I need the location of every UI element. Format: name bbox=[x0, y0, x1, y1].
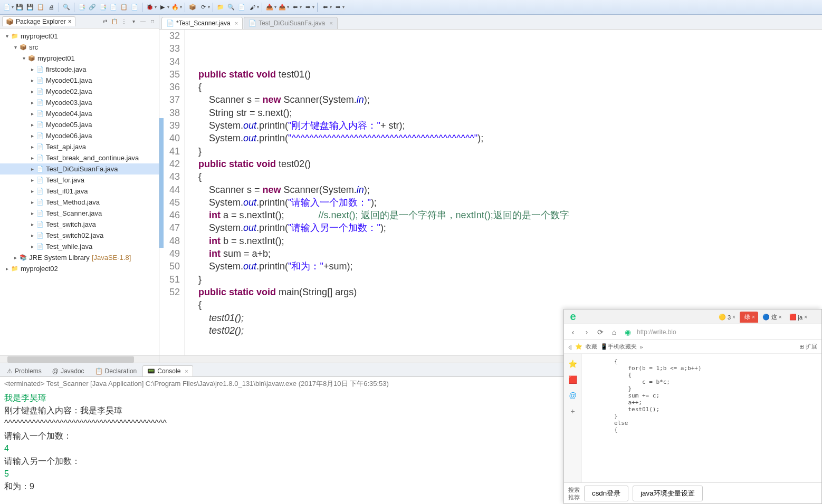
toolbar-button[interactable]: 📑 bbox=[77, 3, 87, 12]
package-explorer-tab[interactable]: 📦 Package Explorer × bbox=[2, 16, 75, 26]
twisty-icon[interactable]: ▸ bbox=[28, 66, 36, 72]
toolbar-button[interactable]: 📋 bbox=[119, 3, 129, 12]
toolbar-button[interactable]: 📋 bbox=[36, 3, 45, 12]
toolbar-button[interactable]: 📥 bbox=[265, 3, 274, 12]
tree-item[interactable]: ▸📄Test_while.java bbox=[0, 241, 159, 252]
url-bar[interactable]: http://write.blo bbox=[637, 328, 817, 336]
close-icon[interactable]: × bbox=[235, 20, 238, 26]
code-editor[interactable]: 3233343536373839404142434445464748495051… bbox=[159, 30, 822, 355]
favorites-label[interactable]: 收藏 bbox=[586, 343, 597, 351]
bottom-tab-declaration[interactable]: 📋Declaration bbox=[90, 365, 142, 376]
tree-item[interactable]: ▸📄Test_Scanner.java bbox=[0, 208, 159, 219]
close-icon[interactable]: × bbox=[752, 314, 755, 320]
twisty-icon[interactable]: ▸ bbox=[12, 255, 19, 260]
twisty-icon[interactable]: ▾ bbox=[3, 33, 11, 39]
bottom-tab-console[interactable]: 📟Console× bbox=[142, 365, 193, 376]
panel-tool-button[interactable]: ⇄ bbox=[101, 17, 109, 26]
tree-item[interactable]: ▸📄Test_switch.java bbox=[0, 219, 159, 230]
browser-content[interactable]: { for(b = 1;b <= a;b++) { c = b*c; } sum… bbox=[582, 354, 821, 482]
phone-favorites[interactable]: 📱手机收藏夹 bbox=[600, 343, 637, 351]
toolbar-button[interactable]: 📤 bbox=[278, 3, 287, 12]
toolbar-button[interactable]: 📁 bbox=[216, 3, 225, 12]
twisty-icon[interactable]: ▸ bbox=[28, 100, 36, 105]
tree-item[interactable]: ▸📄Mycode05.java bbox=[0, 119, 159, 130]
browser-tab[interactable] bbox=[811, 312, 821, 323]
toolbar-button[interactable]: ➡ bbox=[333, 3, 342, 12]
toolbar-button[interactable]: 💾 bbox=[25, 3, 35, 12]
twisty-icon[interactable]: ▸ bbox=[28, 210, 36, 216]
tree-item[interactable]: ▸📄Mycode04.java bbox=[0, 108, 159, 119]
tree-item[interactable]: ▸📄Mycode01.java bbox=[0, 75, 159, 86]
toolbar-button[interactable]: 🔍 bbox=[226, 3, 236, 12]
twisty-icon[interactable]: ▾ bbox=[12, 44, 19, 50]
panel-tool-button[interactable]: □ bbox=[148, 17, 157, 26]
dropdown-icon[interactable]: ▾ bbox=[342, 5, 345, 9]
twisty-icon[interactable]: ▸ bbox=[28, 111, 36, 117]
close-icon[interactable]: × bbox=[732, 314, 735, 320]
toolbar-button[interactable]: 📄 bbox=[2, 3, 12, 12]
twisty-icon[interactable]: ▸ bbox=[28, 166, 36, 172]
tree-item[interactable]: ▸📄Mycode03.java bbox=[0, 97, 159, 108]
tree-item[interactable]: ▸📄Test_api.java bbox=[0, 141, 159, 152]
tree-item[interactable]: ▸📚JRE System Library[JavaSE-1.8] bbox=[0, 252, 159, 263]
back-icon[interactable]: ‹ bbox=[568, 328, 578, 336]
close-icon[interactable]: × bbox=[779, 314, 782, 320]
toolbar-button[interactable]: 📄 bbox=[237, 3, 246, 12]
tree-item[interactable]: ▸📄Mycode06.java bbox=[0, 130, 159, 141]
twisty-icon[interactable]: ▸ bbox=[28, 244, 36, 249]
home-icon[interactable]: ⌂ bbox=[609, 328, 619, 336]
dropdown-icon[interactable]: ▾ bbox=[257, 5, 259, 9]
sidebar-icon[interactable]: + bbox=[567, 405, 579, 417]
twisty-icon[interactable]: ▸ bbox=[28, 155, 36, 161]
code-content[interactable]: public static void test01() { Scanner s … bbox=[185, 30, 822, 355]
project-tree[interactable]: ▾📁myproject01▾📦src▾📦myproject01▸📄firstco… bbox=[0, 28, 159, 355]
toolbar-button[interactable]: 🔥 bbox=[170, 3, 180, 12]
extensions-label[interactable]: ⊞ 扩展 bbox=[799, 343, 817, 351]
toolbar-button[interactable]: 📄 bbox=[130, 3, 139, 12]
twisty-icon[interactable]: ▸ bbox=[28, 232, 36, 238]
tree-item[interactable]: ▸📄firstcode.java bbox=[0, 64, 159, 75]
twisty-icon[interactable]: ▸ bbox=[3, 266, 11, 272]
twisty-icon[interactable]: ▾ bbox=[20, 55, 27, 61]
dropdown-icon[interactable]: ▾ bbox=[300, 5, 302, 9]
twisty-icon[interactable]: ▸ bbox=[28, 199, 36, 205]
close-icon[interactable]: × bbox=[804, 314, 807, 320]
toolbar-button[interactable]: ⬅ bbox=[290, 3, 300, 12]
toolbar-button[interactable]: 🔍 bbox=[62, 3, 71, 12]
tree-item[interactable]: ▸📄Test_DiGuiSuanFa.java bbox=[0, 163, 159, 175]
toolbar-button[interactable]: ⬅ bbox=[320, 3, 330, 12]
star-icon[interactable]: ⭐ bbox=[575, 343, 582, 350]
toolbar-button[interactable]: ▶ bbox=[158, 3, 167, 12]
sidebar-icon[interactable]: @ bbox=[567, 390, 579, 401]
toolbar-button[interactable]: 💾 bbox=[15, 3, 24, 12]
dropdown-icon[interactable]: ▾ bbox=[287, 5, 289, 9]
tree-item[interactable]: ▸📄Test_switch02.java bbox=[0, 230, 159, 241]
csdn-login-button[interactable]: csdn登录 bbox=[584, 486, 628, 501]
close-icon[interactable]: × bbox=[68, 18, 72, 25]
tree-item[interactable]: ▾📁myproject01 bbox=[0, 31, 159, 42]
panel-tool-button[interactable]: — bbox=[139, 17, 147, 26]
panel-tool-button[interactable]: ▾ bbox=[129, 17, 138, 26]
dropdown-icon[interactable]: ▾ bbox=[208, 5, 210, 9]
toolbar-button[interactable]: 📑 bbox=[98, 3, 108, 12]
editor-tab[interactable]: 📄*Test_Scanner.java× bbox=[161, 17, 243, 29]
toolbar-button[interactable]: 📦 bbox=[188, 3, 197, 12]
browser-tab[interactable]: 绿× bbox=[740, 312, 758, 323]
java-env-button[interactable]: java环境变量设置 bbox=[633, 486, 702, 501]
panel-tool-button[interactable]: ⋮ bbox=[120, 17, 128, 26]
browser-tab[interactable]: 🟡3× bbox=[715, 312, 739, 323]
toolbar-button[interactable]: ⟳ bbox=[198, 3, 208, 12]
dropdown-icon[interactable]: ▾ bbox=[180, 5, 182, 9]
twisty-icon[interactable]: ▸ bbox=[28, 144, 36, 150]
browser-tab[interactable]: 🔵这× bbox=[759, 312, 785, 323]
horizontal-scrollbar[interactable] bbox=[0, 355, 159, 363]
dropdown-icon[interactable]: ▾ bbox=[274, 5, 276, 9]
toolbar-button[interactable]: 🔗 bbox=[88, 3, 97, 12]
tree-item[interactable]: ▸📄Test_break_and_continue.java bbox=[0, 152, 159, 163]
sidebar-icon[interactable]: 🟥 bbox=[567, 374, 579, 385]
twisty-icon[interactable]: ▸ bbox=[28, 122, 36, 128]
forward-icon[interactable]: › bbox=[582, 328, 591, 336]
toolbar-button[interactable]: 🖌 bbox=[247, 3, 257, 12]
tree-item[interactable]: ▸📄Test_for.java bbox=[0, 175, 159, 186]
twisty-icon[interactable]: ▸ bbox=[28, 77, 36, 83]
